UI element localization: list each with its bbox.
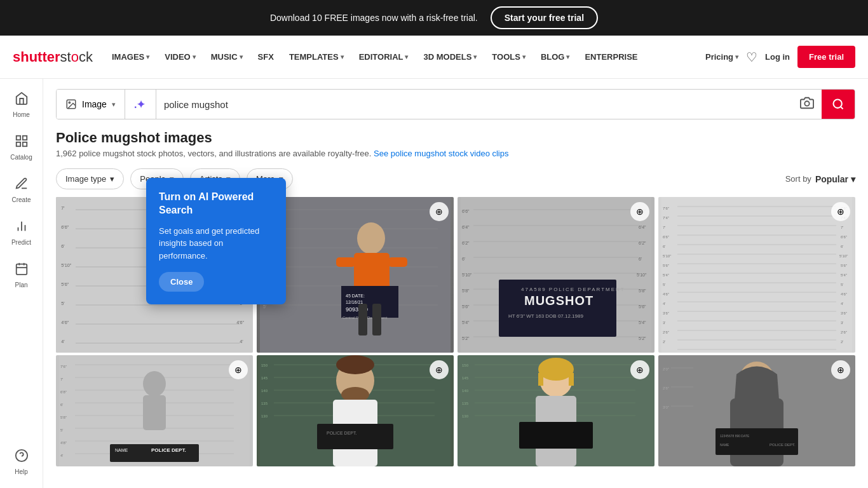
camera-search-icon[interactable] <box>792 96 822 113</box>
nav-editorial[interactable]: EDITORIAL▾ <box>353 47 415 67</box>
image-card-2[interactable]: 45 DATE: 12/16/21 9093870 Central Police… <box>257 197 454 353</box>
svg-text:5'8": 5'8" <box>639 288 646 293</box>
zoom-button-5[interactable]: ⊕ <box>229 360 248 379</box>
image-card-8[interactable]: 12345678 890 DATE NAME POLICE DEPT. 2'0"… <box>658 355 855 466</box>
svg-text:5'4": 5'4" <box>639 320 646 325</box>
svg-rect-3 <box>22 142 26 146</box>
svg-text:7': 7' <box>61 206 64 211</box>
nav-enterprise[interactable]: ENTERPRISE <box>578 47 644 67</box>
video-clips-link[interactable]: See police mugshot stock video clips <box>374 149 508 158</box>
hoodie-man-svg: 12345678 890 DATE NAME POLICE DEPT. 2'0"… <box>658 355 855 466</box>
svg-text:3'6": 3'6" <box>663 311 669 315</box>
sidebar-item-create[interactable]: Create <box>0 170 43 210</box>
svg-text:5'10": 5'10" <box>61 263 71 268</box>
svg-text:6': 6' <box>841 245 843 248</box>
image-card-4[interactable]: 7'6" 7'4" 7' 6'6" 6' 5'10" 5'6" 5'4" 5' … <box>658 197 855 353</box>
svg-text:5'8": 5'8" <box>462 288 470 293</box>
chevron-down-icon: ▾ <box>112 100 116 109</box>
zoom-button-8[interactable]: ⊕ <box>831 360 850 379</box>
svg-text:5'2": 5'2" <box>462 336 470 341</box>
svg-text:5'6": 5'6" <box>639 304 646 309</box>
main-layout: Home Catalog Create Predict Plan <box>0 79 868 488</box>
svg-text:5': 5' <box>841 283 843 287</box>
sidebar-item-help[interactable]: Help <box>0 442 43 482</box>
banner-text: Download 10 FREE images now with a risk-… <box>270 13 478 23</box>
search-type-dropdown[interactable]: Image ▾ <box>57 90 125 119</box>
svg-text:4'6": 4'6" <box>236 320 244 325</box>
svg-text:4': 4' <box>240 339 243 344</box>
svg-text:7'6": 7'6" <box>663 207 669 210</box>
free-trial-button[interactable]: Free trial <box>797 46 855 68</box>
zoom-button-2[interactable]: ⊕ <box>430 202 449 221</box>
chevron-down-icon: ▾ <box>473 53 477 60</box>
sidebar-item-plan[interactable]: Plan <box>0 255 43 295</box>
zoom-button-7[interactable]: ⊕ <box>630 360 649 379</box>
ai-tooltip-description: Set goals and get predicted insights bas… <box>159 225 273 262</box>
bearded-man-svg: 150 145 140 135 130 <box>257 355 454 466</box>
svg-text:4'6": 4'6" <box>61 320 69 325</box>
filter-image-type[interactable]: Image type ▾ <box>56 168 124 189</box>
ai-search-icon[interactable]: .✦ <box>125 90 156 119</box>
sidebar-item-predict[interactable]: Predict <box>0 213 43 252</box>
favorites-icon[interactable]: ♡ <box>746 50 757 65</box>
pricing-link[interactable]: Pricing ▾ <box>705 52 738 62</box>
svg-point-14 <box>69 102 70 103</box>
image-card-6[interactable]: 150 145 140 135 130 <box>257 355 454 466</box>
zoom-button-3[interactable]: ⊕ <box>630 202 649 221</box>
svg-text:135: 135 <box>462 402 469 405</box>
svg-text:POLICE DEPT.: POLICE DEPT. <box>770 443 796 447</box>
ai-tooltip-popup: Turn on AI Powered Search Set goals and … <box>146 178 286 304</box>
sort-value-dropdown[interactable]: Popular ▾ <box>815 174 855 184</box>
chevron-down-icon: ▾ <box>110 174 114 184</box>
main-content: Image ▾ .✦ Police mugshot images <box>43 79 868 488</box>
zoom-button-6[interactable]: ⊕ <box>430 360 449 379</box>
svg-rect-165 <box>143 395 166 430</box>
ai-tooltip-close-button[interactable]: Close <box>159 272 204 292</box>
logo[interactable]: shutterstock <box>13 49 93 65</box>
nav-images[interactable]: IMAGES▾ <box>105 47 156 67</box>
search-button[interactable] <box>822 90 855 119</box>
mugshot-sign-svg: 6'6" 6'4" 6'2" 6' 5'10" 5'8" 5'6" 5'4" 5… <box>458 197 654 353</box>
svg-text:5'2": 5'2" <box>639 336 646 341</box>
svg-point-164 <box>143 371 166 396</box>
image-card-7[interactable]: 150 145 140 135 130 <box>458 355 654 466</box>
sidebar-label-create: Create <box>11 196 31 203</box>
svg-text:5': 5' <box>61 301 64 306</box>
svg-text:6'4": 6'4" <box>639 225 646 229</box>
login-button[interactable]: Log in <box>765 52 790 62</box>
chevron-down-icon: ▾ <box>851 174 855 184</box>
nav-music[interactable]: MUSIC▾ <box>205 47 249 67</box>
help-icon <box>15 449 29 466</box>
sidebar-item-home[interactable]: Home <box>0 85 43 125</box>
svg-text:5'10": 5'10" <box>462 273 472 277</box>
sidebar-item-catalog[interactable]: Catalog <box>0 128 43 167</box>
svg-point-181 <box>336 355 374 374</box>
svg-text:5': 5' <box>663 283 665 287</box>
zoom-button-4[interactable]: ⊕ <box>831 202 850 221</box>
nav-templates[interactable]: TEMPLATES▾ <box>283 47 350 67</box>
svg-text:4': 4' <box>663 302 665 306</box>
svg-text:4'8": 4'8" <box>60 441 67 445</box>
nav-video[interactable]: VIDEO▾ <box>158 47 201 67</box>
nav-blog[interactable]: BLOG▾ <box>534 47 576 67</box>
svg-rect-54 <box>388 257 407 267</box>
svg-text:6'8": 6'8" <box>60 390 67 394</box>
svg-text:145: 145 <box>462 376 469 380</box>
image-card-5[interactable]: 7'6" 7' 6'8" 6' 5'8" 5' 4'8" 4' NAME POL… <box>56 355 253 466</box>
banner-cta-button[interactable]: Start your free trial <box>491 6 598 29</box>
svg-text:NAME: NAME <box>720 443 729 447</box>
svg-rect-0 <box>16 136 20 140</box>
svg-text:3'0": 3'0" <box>663 405 669 409</box>
search-input[interactable] <box>156 99 792 110</box>
svg-text:7'4": 7'4" <box>663 216 669 220</box>
svg-point-16 <box>804 101 809 105</box>
nav-3d-models[interactable]: 3D MODELS▾ <box>417 47 483 67</box>
svg-text:130: 130 <box>462 414 469 418</box>
nav-sfx[interactable]: SFX <box>252 47 280 67</box>
sort-by-container: Sort by Popular ▾ <box>785 174 855 184</box>
image-card-3[interactable]: 6'6" 6'4" 6'2" 6' 5'10" 5'8" 5'6" 5'4" 5… <box>458 197 654 353</box>
predict-icon <box>15 219 29 236</box>
svg-text:6'6": 6'6" <box>462 209 470 214</box>
nav-tools[interactable]: TOOLS▾ <box>485 47 532 67</box>
top-banner: Download 10 FREE images now with a risk-… <box>0 0 868 36</box>
